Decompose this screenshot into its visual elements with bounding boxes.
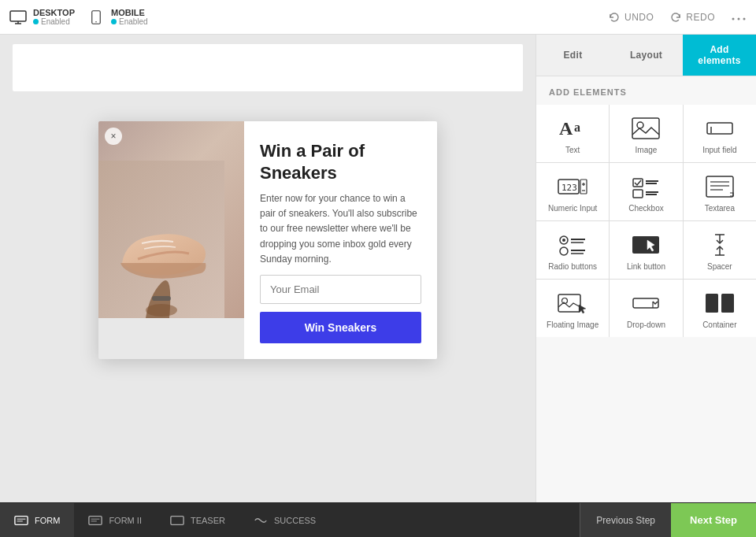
previous-step-button[interactable]: Previous Step xyxy=(580,503,671,537)
svg-rect-11 xyxy=(632,118,659,139)
svg-point-5 xyxy=(743,18,746,20)
element-link-button-label: Link button xyxy=(627,262,665,271)
floating-image-element-icon xyxy=(557,291,588,316)
svg-rect-22 xyxy=(633,179,643,187)
element-dropdown-label: Drop-down xyxy=(627,320,665,329)
panel-tabs: Edit Layout Add elements xyxy=(536,35,756,76)
svg-rect-8 xyxy=(152,296,171,301)
svg-rect-51 xyxy=(721,294,734,313)
element-text-label: Text xyxy=(565,146,580,154)
step-success[interactable]: SUCCESS xyxy=(239,503,330,537)
canvas-frame xyxy=(13,44,523,91)
redo-button[interactable]: REDO xyxy=(669,11,715,24)
desktop-status: Enabled xyxy=(33,17,75,26)
element-numeric-input[interactable]: 123 Numeric Input xyxy=(536,163,609,220)
popup-image: × xyxy=(98,121,244,318)
form-ii-step-icon xyxy=(88,515,102,526)
element-input-field-label: Input field xyxy=(702,146,736,154)
svg-rect-55 xyxy=(89,516,102,524)
element-numeric-input-label: Numeric Input xyxy=(548,204,597,213)
device-group: DESKTOP Enabled MOBILE Enabled xyxy=(9,8,148,26)
step-form-ii[interactable]: FORM II xyxy=(74,503,156,537)
mobile-device[interactable]: MOBILE Enabled xyxy=(87,8,148,26)
container-element-icon xyxy=(704,291,736,316)
popup-content: Win a Pair of Sneakers Enter now for you… xyxy=(244,121,437,359)
svg-rect-18 xyxy=(580,180,587,194)
undo-button[interactable]: UNDO xyxy=(608,11,654,24)
element-checkbox[interactable]: Checkbox xyxy=(610,163,682,220)
main-content: × xyxy=(0,35,756,502)
element-textarea[interactable]: Textarea xyxy=(684,163,756,220)
popup-preview: × xyxy=(98,121,437,359)
element-container[interactable]: Container xyxy=(684,280,756,337)
popup-title: Win a Pair of Sneakers xyxy=(260,140,421,183)
success-step-icon xyxy=(254,515,268,526)
element-textarea-label: Textarea xyxy=(705,204,735,213)
popup-cta-button[interactable]: Win Sneakers xyxy=(260,312,421,343)
more-icon xyxy=(731,17,747,21)
undo-icon xyxy=(608,11,621,24)
element-spacer[interactable]: Spacer xyxy=(684,221,756,279)
bottom-bar: FORM FORM II TEASER SUCCESS Previous St xyxy=(0,502,756,537)
element-dropdown[interactable]: Drop-down xyxy=(610,280,682,337)
svg-rect-58 xyxy=(171,516,183,524)
element-floating-image-label: Floating Image xyxy=(547,320,598,329)
step-form[interactable]: FORM xyxy=(0,503,74,537)
element-floating-image[interactable]: Floating Image xyxy=(536,280,609,337)
tab-layout[interactable]: Layout xyxy=(610,35,683,76)
element-link-button[interactable]: Link button xyxy=(610,221,682,279)
canvas-area: × xyxy=(0,35,536,502)
text-element-icon: A a xyxy=(557,116,588,141)
bottom-actions: Previous Step Next Step xyxy=(580,503,756,537)
top-bar: DESKTOP Enabled MOBILE Enabled xyxy=(0,0,756,35)
svg-point-33 xyxy=(562,239,565,242)
checkbox-element-icon xyxy=(630,174,662,199)
svg-point-12 xyxy=(637,122,643,128)
svg-text:A: A xyxy=(559,118,573,139)
elements-section-title: ADD ELEMENTS xyxy=(536,76,756,105)
element-text[interactable]: A a Text xyxy=(536,105,609,162)
svg-text:a: a xyxy=(574,120,580,134)
numeric-input-element-icon: 123 xyxy=(557,174,588,199)
spacer-element-icon xyxy=(704,232,736,257)
tab-edit[interactable]: Edit xyxy=(536,35,610,76)
svg-point-3 xyxy=(732,18,735,20)
mobile-label: MOBILE xyxy=(111,8,148,17)
next-step-button[interactable]: Next Step xyxy=(671,503,756,537)
svg-point-36 xyxy=(560,247,568,255)
element-container-label: Container xyxy=(702,320,736,329)
image-element-icon xyxy=(630,116,662,141)
element-checkbox-label: Checkbox xyxy=(628,204,663,213)
svg-rect-0 xyxy=(10,11,26,21)
link-button-element-icon xyxy=(630,232,662,257)
dropdown-element-icon xyxy=(630,291,662,316)
more-button[interactable] xyxy=(731,9,747,25)
popup-close-button[interactable]: × xyxy=(105,128,122,145)
svg-point-4 xyxy=(738,18,740,20)
step-teaser[interactable]: TEASER xyxy=(156,503,239,537)
tab-add-elements[interactable]: Add elements xyxy=(683,35,756,76)
element-image[interactable]: Image xyxy=(610,105,682,162)
element-radio-buttons[interactable]: Radio buttons xyxy=(536,221,609,279)
step-tabs: FORM FORM II TEASER SUCCESS xyxy=(0,503,580,537)
top-bar-actions: UNDO REDO xyxy=(608,9,747,25)
element-image-label: Image xyxy=(636,146,658,154)
elements-grid: A a Text Image xyxy=(536,105,756,337)
mobile-icon xyxy=(87,10,105,24)
desktop-label: DESKTOP xyxy=(33,8,75,17)
popup-email-input[interactable] xyxy=(260,275,421,304)
svg-point-2 xyxy=(95,20,97,22)
right-panel: Edit Layout Add elements ADD ELEMENTS A … xyxy=(536,35,756,502)
svg-rect-39 xyxy=(632,236,659,254)
svg-rect-52 xyxy=(15,516,28,524)
redo-icon xyxy=(669,11,682,24)
radio-buttons-element-icon xyxy=(557,232,588,257)
svg-rect-28 xyxy=(706,176,733,197)
element-spacer-label: Spacer xyxy=(707,262,732,271)
mobile-dot xyxy=(111,19,117,24)
sneaker-illustration xyxy=(98,161,224,318)
desktop-device[interactable]: DESKTOP Enabled xyxy=(9,8,75,26)
svg-rect-45 xyxy=(558,294,580,312)
desktop-icon xyxy=(9,10,27,24)
element-input-field[interactable]: Input field xyxy=(684,105,756,162)
